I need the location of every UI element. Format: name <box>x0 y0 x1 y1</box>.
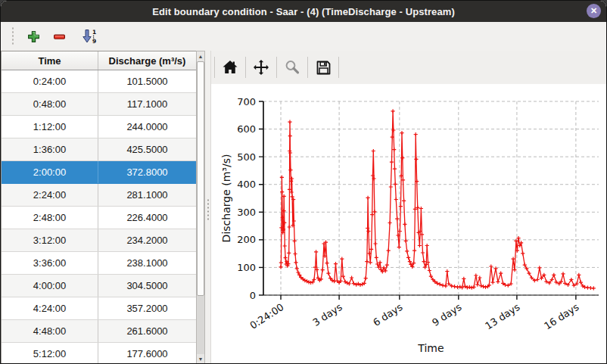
table-header: Time Discharge (m³/s) <box>2 51 196 70</box>
table-row[interactable]: 1:36:00425.5000 <box>2 138 196 161</box>
table-row[interactable]: 2:48:00226.4000 <box>2 207 196 229</box>
cell-time[interactable]: 1:36:00 <box>2 138 98 160</box>
toolbar-separator <box>338 57 339 78</box>
cell-time[interactable]: 4:48:00 <box>2 320 98 342</box>
sort-ascending-button[interactable]: 1 9 <box>78 25 101 48</box>
cell-time[interactable]: 1:12:00 <box>2 116 98 138</box>
table-scrollbar[interactable]: ▲ ▼ <box>196 51 205 364</box>
table-row[interactable]: 2:00:00372.8000 <box>2 161 196 184</box>
toolbar-separator <box>276 57 277 78</box>
cell-time[interactable]: 4:24:00 <box>2 297 98 319</box>
cell-discharge[interactable]: 226.4000 <box>98 207 196 229</box>
cell-discharge[interactable]: 244.0000 <box>98 116 196 138</box>
svg-text:0:24:00: 0:24:00 <box>247 301 285 331</box>
scroll-down-icon: ▼ <box>198 356 204 362</box>
titlebar[interactable]: Edit boundary condition - Saar - (4) (Ti… <box>1 1 606 22</box>
toolbar-separator <box>307 57 308 78</box>
cell-discharge[interactable]: 238.1000 <box>98 252 196 274</box>
table-row[interactable]: 4:24:00357.2000 <box>2 297 196 320</box>
zoom-button[interactable] <box>280 54 304 80</box>
svg-text:9: 9 <box>92 38 96 44</box>
close-icon: ✕ <box>590 6 597 15</box>
home-icon <box>222 60 238 75</box>
cell-discharge[interactable]: 372.8000 <box>98 161 196 183</box>
close-button[interactable]: ✕ <box>587 4 601 18</box>
table-row[interactable]: 4:48:00261.6000 <box>2 320 196 343</box>
save-figure-button[interactable] <box>311 54 335 80</box>
edit-boundary-condition-window: Edit boundary condition - Saar - (4) (Ti… <box>0 0 607 364</box>
panel-splitter[interactable] <box>205 51 211 364</box>
table-row[interactable]: 1:12:00244.0000 <box>2 116 196 138</box>
toolbar-drag-handle[interactable] <box>11 26 14 46</box>
minus-icon <box>53 30 66 43</box>
svg-text:200: 200 <box>237 234 256 245</box>
scrollbar-thumb[interactable] <box>197 61 204 296</box>
svg-text:9 days: 9 days <box>430 301 463 328</box>
home-view-button[interactable] <box>218 54 242 80</box>
plus-icon <box>27 30 40 43</box>
svg-text:0: 0 <box>250 290 256 301</box>
cell-discharge[interactable]: 304.5000 <box>98 275 196 297</box>
svg-text:1: 1 <box>92 29 96 36</box>
svg-text:6 days: 6 days <box>371 301 404 328</box>
grid-lines <box>263 101 599 295</box>
svg-text:100: 100 <box>237 262 256 273</box>
sort-ascending-icon: 1 9 <box>81 29 98 44</box>
cell-time[interactable]: 5:12:00 <box>2 343 98 364</box>
tick-labels: 01002003004005006007000:24:003 days6 day… <box>237 96 581 332</box>
scroll-up-button[interactable]: ▲ <box>197 51 204 61</box>
table-row[interactable]: 3:12:00234.2000 <box>2 229 196 252</box>
cell-discharge[interactable]: 281.1000 <box>98 184 196 206</box>
window-title: Edit boundary condition - Saar - (4) (Ti… <box>152 6 455 17</box>
table-row[interactable]: 3:36:00238.1000 <box>2 252 196 275</box>
cell-time[interactable]: 3:12:00 <box>2 229 98 251</box>
column-header-time[interactable]: Time <box>2 51 98 70</box>
pan-button[interactable] <box>249 54 273 80</box>
save-icon <box>316 60 332 76</box>
cell-time[interactable]: 0:24:00 <box>2 70 98 92</box>
svg-text:700: 700 <box>237 96 256 107</box>
toolbar-separator <box>245 57 246 78</box>
cell-time[interactable]: 2:48:00 <box>2 207 98 229</box>
cell-discharge[interactable]: 177.6000 <box>98 343 196 364</box>
splitter-handle-dots <box>207 198 209 221</box>
table-row[interactable]: 4:00:00304.5000 <box>2 275 196 297</box>
cell-discharge[interactable]: 357.2000 <box>98 297 196 319</box>
table-row[interactable]: 5:12:00177.6000 <box>2 343 196 364</box>
cell-discharge[interactable]: 234.2000 <box>98 229 196 251</box>
scroll-up-icon: ▲ <box>198 54 204 59</box>
cell-time[interactable]: 2:24:00 <box>2 184 98 206</box>
y-axis-label: Discharge (m³/s) <box>220 154 232 243</box>
toolbar-separator <box>214 57 215 78</box>
column-header-discharge[interactable]: Discharge (m³/s) <box>98 51 196 70</box>
cell-time[interactable]: 4:00:00 <box>2 275 98 297</box>
svg-text:300: 300 <box>237 207 256 218</box>
table-row[interactable]: 0:24:00101.5000 <box>2 70 196 93</box>
series-line <box>281 111 593 288</box>
discharge-time-chart[interactable]: 01002003004005006007000:24:003 days6 day… <box>211 84 607 364</box>
cell-discharge[interactable]: 117.1000 <box>98 93 196 115</box>
remove-row-button[interactable] <box>48 25 70 48</box>
cell-time[interactable]: 0:48:00 <box>2 93 98 115</box>
axes <box>259 101 599 300</box>
table-row[interactable]: 2:24:00281.1000 <box>2 184 196 207</box>
svg-text:3 days: 3 days <box>310 301 344 328</box>
x-axis-label: Time <box>417 342 444 354</box>
cell-discharge[interactable]: 261.6000 <box>98 320 196 342</box>
cell-discharge[interactable]: 425.5000 <box>98 138 196 160</box>
scroll-down-button[interactable]: ▼ <box>197 354 204 364</box>
cell-time[interactable]: 3:36:00 <box>2 252 98 274</box>
svg-text:600: 600 <box>237 123 256 135</box>
svg-text:13 days: 13 days <box>483 301 521 332</box>
cell-time[interactable]: 2:00:00 <box>2 161 98 183</box>
chart-panel: 01002003004005006007000:24:003 days6 day… <box>211 51 607 364</box>
series-markers <box>279 109 596 290</box>
figure-area: 01002003004005006007000:24:003 days6 day… <box>211 84 607 364</box>
table-row[interactable]: 0:48:00117.1000 <box>2 93 196 116</box>
scrollbar-track[interactable] <box>197 61 204 354</box>
cell-discharge[interactable]: 101.5000 <box>98 70 196 92</box>
add-row-button[interactable] <box>22 25 45 48</box>
table-toolbar: 1 9 <box>1 22 606 51</box>
time-discharge-table: Time Discharge (m³/s) 0:24:00101.50000:4… <box>1 51 196 364</box>
table-body: 0:24:00101.50000:48:00117.10001:12:00244… <box>2 70 196 364</box>
